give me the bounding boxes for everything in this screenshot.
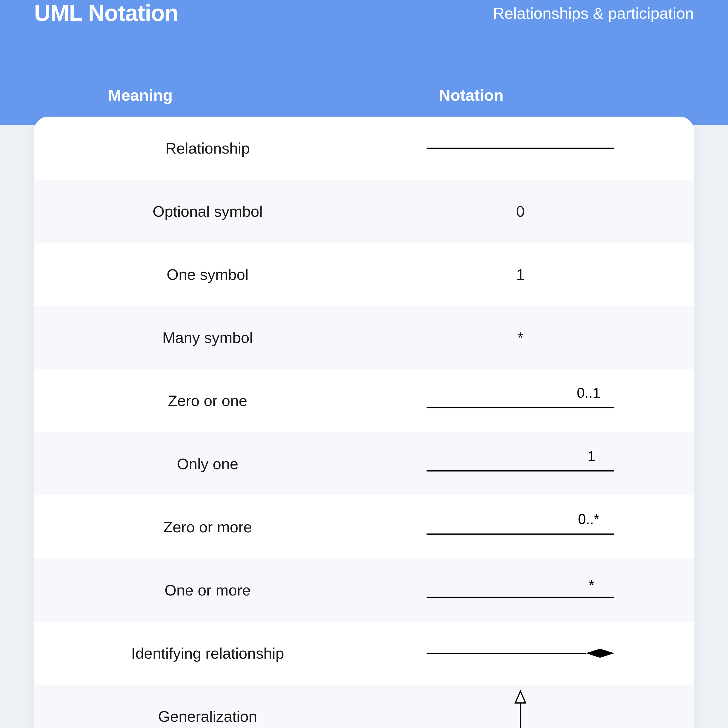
meaning-label: Zero or one bbox=[51, 392, 364, 410]
header-top: UML Notation Relationships & participati… bbox=[34, 0, 694, 26]
table-row: One or more * bbox=[34, 558, 694, 622]
many-symbol: * bbox=[517, 329, 523, 346]
one-or-more-icon: * bbox=[424, 573, 617, 607]
meaning-label: Relationship bbox=[51, 139, 364, 157]
header: UML Notation Relationships & participati… bbox=[0, 0, 728, 125]
meaning-label: Generalization bbox=[51, 708, 364, 725]
notation-cell: 1 bbox=[364, 266, 677, 283]
column-headers: Meaning Notation bbox=[34, 86, 694, 104]
notation-cell bbox=[364, 142, 677, 154]
svg-text:0..*: 0..* bbox=[578, 511, 599, 527]
notation-cell: 1 bbox=[364, 447, 677, 481]
table-row: One symbol 1 bbox=[34, 243, 694, 306]
notation-cell bbox=[364, 645, 677, 662]
meaning-label: Only one bbox=[51, 455, 364, 473]
only-one-icon: 1 bbox=[424, 447, 617, 481]
notation-cell: * bbox=[364, 329, 677, 346]
table-row: Optional symbol 0 bbox=[34, 180, 694, 243]
svg-text:*: * bbox=[589, 577, 594, 593]
zero-or-one-icon: 0..1 bbox=[424, 384, 617, 418]
table-row: Zero or one 0..1 bbox=[34, 369, 694, 432]
notation-cell: 0..1 bbox=[364, 384, 677, 418]
meaning-label: Many symbol bbox=[51, 329, 364, 346]
table-row: Zero or more 0..* bbox=[34, 496, 694, 558]
zero-or-more-icon: 0..* bbox=[424, 510, 617, 544]
meaning-label: Identifying relationship bbox=[51, 644, 364, 662]
svg-marker-10 bbox=[586, 648, 614, 658]
table-row: Only one 1 bbox=[34, 432, 694, 496]
svg-text:1: 1 bbox=[587, 448, 595, 464]
notation-cell: * bbox=[364, 573, 677, 607]
notation-cell: 0..* bbox=[364, 510, 677, 544]
meaning-label: Optional symbol bbox=[51, 202, 364, 220]
table-row: Many symbol * bbox=[34, 306, 694, 369]
table-row: Identifying relationship bbox=[34, 622, 694, 685]
notation-cell: 0 bbox=[364, 202, 677, 220]
one-symbol: 1 bbox=[516, 266, 525, 283]
meaning-label: One or more bbox=[51, 581, 364, 599]
table-row: Relationship bbox=[34, 116, 694, 180]
meaning-label: One symbol bbox=[51, 266, 364, 283]
table-row: Generalization bbox=[34, 685, 694, 728]
optional-symbol: 0 bbox=[516, 202, 525, 220]
relationship-line-icon bbox=[424, 142, 617, 154]
notation-cell bbox=[364, 689, 677, 728]
page-subtitle: Relationships & participation bbox=[493, 4, 694, 23]
page-title: UML Notation bbox=[34, 0, 178, 26]
meaning-label: Zero or more bbox=[51, 518, 364, 536]
identifying-relationship-icon bbox=[424, 645, 617, 662]
svg-text:0..1: 0..1 bbox=[577, 385, 600, 401]
svg-marker-12 bbox=[515, 691, 526, 703]
generalization-arrow-icon bbox=[509, 689, 532, 728]
notation-table: Relationship Optional symbol 0 One symbo… bbox=[34, 116, 694, 728]
column-header-notation: Notation bbox=[382, 86, 665, 104]
column-header-meaning: Meaning bbox=[63, 86, 382, 104]
